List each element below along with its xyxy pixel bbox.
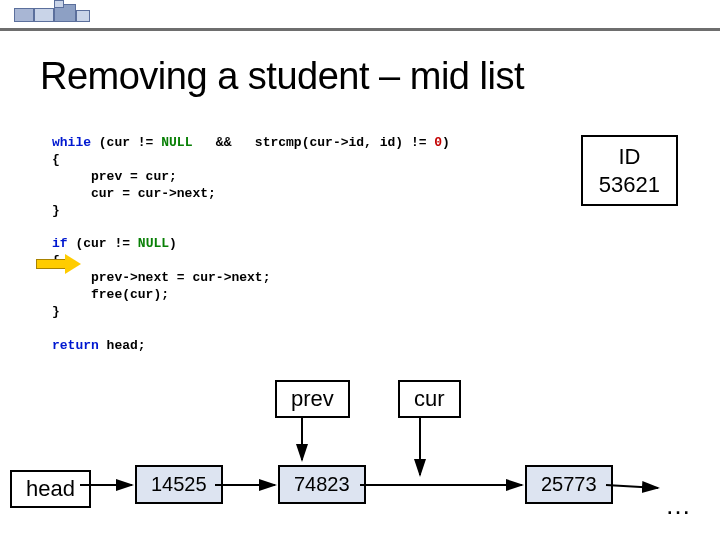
- list-node: 74823: [278, 465, 366, 504]
- ellipsis: …: [665, 490, 691, 521]
- prev-label: prev: [275, 380, 350, 418]
- slide-deco-corner: [14, 0, 124, 26]
- slide-top-rule: [0, 28, 720, 31]
- svg-line-3: [606, 485, 658, 488]
- list-node: 25773: [525, 465, 613, 504]
- id-value: 53621: [599, 171, 660, 199]
- search-id-box: ID 53621: [581, 135, 678, 206]
- slide-title: Removing a student – mid list: [40, 55, 524, 98]
- head-label: head: [10, 470, 91, 508]
- list-node: 14525: [135, 465, 223, 504]
- pc-arrow-icon: [36, 255, 80, 273]
- id-label: ID: [599, 143, 660, 171]
- cur-label: cur: [398, 380, 461, 418]
- code-block: while (cur != NULL && strcmp(cur->id, id…: [52, 135, 450, 355]
